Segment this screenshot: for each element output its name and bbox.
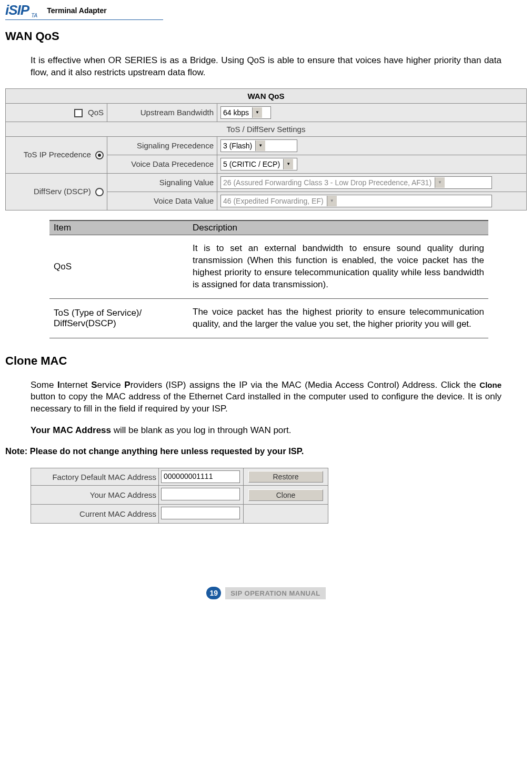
tos-ip-precedence-label: ToS IP Precedence xyxy=(24,150,91,159)
panel-title: WAN QoS xyxy=(6,88,527,103)
signaling-value-value: 26 (Assured Forwarding Class 3 - Low Dro… xyxy=(223,178,431,187)
factory-mac-label: Factory Default MAC Address xyxy=(31,468,159,486)
chevron-down-icon: ▼ xyxy=(255,140,265,151)
your-mac-label: Your MAC Address xyxy=(31,486,159,505)
logo-icon: iSIP xyxy=(5,2,29,18)
signaling-precedence-value: 3 (Flash) xyxy=(223,142,252,150)
upstream-value: 64 kbps xyxy=(223,108,249,117)
logo-sub: TA xyxy=(31,13,37,18)
item-description-table: Item Description QoS It is to set an ext… xyxy=(49,220,488,338)
col-item: Item xyxy=(49,220,188,235)
clone-mac-panel: Factory Default MAC Address 000000001111… xyxy=(31,468,328,524)
page-footer: 19 SIP OPERATION MANUAL xyxy=(5,587,527,599)
heading-wan-qos: WAN QoS xyxy=(5,29,527,43)
table-row: ToS (Type of Service)/ DiffServ(DSCP) Th… xyxy=(49,298,488,338)
manual-title: SIP OPERATION MANUAL xyxy=(225,587,326,599)
diffserv-radio[interactable] xyxy=(95,188,104,196)
signaling-precedence-select[interactable]: 3 (Flash) ▼ xyxy=(220,139,297,152)
col-description: Description xyxy=(188,220,488,235)
wan-qos-intro: It is effective when OR SERIES is as a B… xyxy=(31,55,501,79)
signaling-precedence-label: Signaling Precedence xyxy=(107,136,217,155)
tos-ip-precedence-cell: ToS IP Precedence xyxy=(6,136,107,173)
desc-item: QoS xyxy=(49,235,188,298)
voice-value-select[interactable]: 46 (Expedited Forwarding, EF) ▼ xyxy=(220,195,492,207)
upstream-select[interactable]: 64 kbps ▼ xyxy=(220,106,271,119)
your-mac-input[interactable] xyxy=(161,488,240,500)
diffserv-cell: DiffServ (DSCP) xyxy=(6,173,107,210)
clone-mac-p2: Your MAC Address will be blank as you lo… xyxy=(31,425,501,437)
chevron-down-icon: ▼ xyxy=(435,177,445,188)
tos-section-title: ToS / DiffServ Settings xyxy=(6,122,527,136)
factory-mac-input[interactable]: 000000001111 xyxy=(161,470,240,483)
table-row: QoS It is to set an external bandwidth t… xyxy=(49,235,488,298)
chevron-down-icon: ▼ xyxy=(327,196,337,206)
diffserv-label: DiffServ (DSCP) xyxy=(34,187,91,196)
voice-precedence-label: Voice Data Precedence xyxy=(107,155,217,173)
signaling-value-label: Signaling Value xyxy=(107,173,217,192)
chevron-down-icon: ▼ xyxy=(252,107,262,118)
brand-header: iSIP TA Terminal Adapter xyxy=(5,0,163,20)
current-mac-input[interactable] xyxy=(161,507,240,519)
qos-checkbox[interactable] xyxy=(74,109,83,117)
isp-note: Note: Please do not change anything here… xyxy=(5,446,527,456)
wan-qos-panel: WAN QoS QoS Upstream Bandwidth 64 kbps ▼… xyxy=(5,88,527,210)
clone-button[interactable]: Clone xyxy=(248,489,323,501)
current-mac-label: Current MAC Address xyxy=(31,505,159,524)
chevron-down-icon: ▼ xyxy=(283,159,293,169)
logo-mark: iSIP TA xyxy=(5,2,37,18)
voice-precedence-select[interactable]: 5 (CRITIC / ECP) ▼ xyxy=(220,158,297,170)
qos-label: QoS xyxy=(88,108,104,117)
signaling-value-select[interactable]: 26 (Assured Forwarding Class 3 - Low Dro… xyxy=(220,176,492,189)
desc-text: The voice packet has the highest priorit… xyxy=(188,298,488,338)
restore-button[interactable]: Restore xyxy=(248,471,323,483)
desc-text: It is to set an external bandwidth to en… xyxy=(188,235,488,298)
qos-cell: QoS xyxy=(6,103,107,122)
voice-precedence-value: 5 (CRITIC / ECP) xyxy=(223,160,280,168)
page-number: 19 xyxy=(206,587,221,599)
upstream-label: Upstream Bandwidth xyxy=(107,103,217,122)
tos-ip-precedence-radio[interactable] xyxy=(95,151,104,159)
voice-value-value: 46 (Expedited Forwarding, EF) xyxy=(223,197,324,205)
logo-product-name: Terminal Adapter xyxy=(47,6,107,15)
voice-value-label: Voice Data Value xyxy=(107,192,217,210)
heading-clone-mac: Clone MAC xyxy=(5,354,527,368)
desc-item: ToS (Type of Service)/ DiffServ(DSCP) xyxy=(49,298,188,338)
clone-mac-p1: Some Internet Service Providers (ISP) as… xyxy=(31,379,501,416)
